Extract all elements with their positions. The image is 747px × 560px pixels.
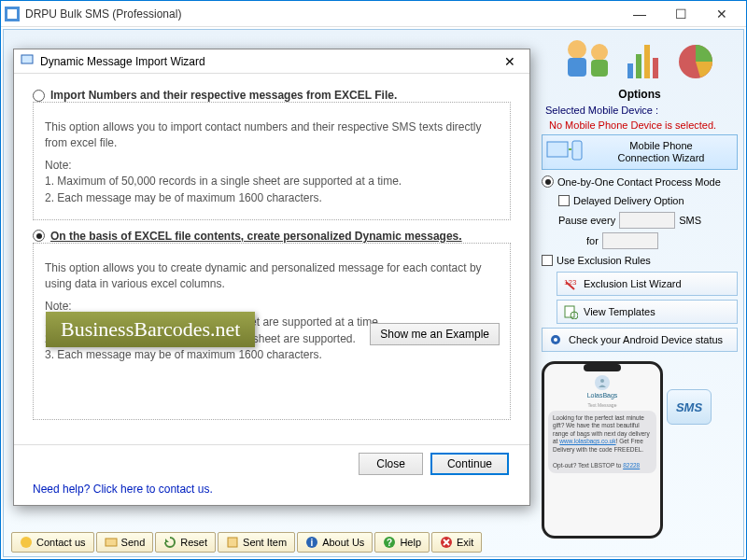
option-2-radio[interactable]: On the basis of EXCEL file contents, cre… [33, 230, 511, 243]
dialog-icon [20, 52, 35, 71]
delayed-delivery-label: Delayed Delivery Option [573, 195, 684, 206]
view-templates-label: View Templates [584, 306, 655, 317]
phone-message-bubble: Looking for the perfect last minute gift… [548, 411, 656, 473]
option-2-note-3: 3. Each message may be of maximum 1600 c… [45, 347, 499, 363]
avatar-icon [595, 375, 610, 390]
reset-button[interactable]: Reset [155, 532, 216, 553]
exclusion-icon: 123 [563, 276, 578, 291]
about-us-button[interactable]: iAbout Us [297, 532, 373, 553]
continue-button[interactable]: Continue [430, 453, 509, 475]
option-1-note-label: Note: [45, 158, 499, 174]
dialog-titlebar: Dynamic Message Import Wizard ✕ [14, 49, 529, 74]
svg-rect-4 [228, 538, 237, 547]
option-1-note-2: 2. Each message may be of maximum 1600 c… [45, 190, 499, 206]
radio-icon [33, 90, 45, 102]
option-1-note-1: 1. Maximum of 50,000 records in a single… [45, 174, 499, 189]
svg-point-26 [600, 379, 604, 383]
dialog-title: Dynamic Message Import Wizard [40, 55, 496, 68]
wizard-label-1: Mobile Phone [589, 140, 733, 152]
use-exclusion-checkbox[interactable]: Use Exclusion Rules [542, 253, 738, 268]
option-1-label: Import Numbers and their respective mess… [50, 89, 397, 102]
contact-us-label: Contact us [36, 537, 86, 548]
exclusion-btn-label: Exclusion List Wizard [584, 278, 682, 289]
checkbox-icon [558, 195, 570, 206]
option-2-label: On the basis of EXCEL file contents, cre… [50, 230, 462, 243]
radio-icon [542, 175, 554, 188]
exit-label: Exit [457, 537, 473, 548]
svg-rect-20 [572, 141, 582, 160]
gear-icon [548, 332, 563, 347]
pause-every-input[interactable] [619, 212, 675, 229]
process-mode-label: One-by-One Contact Process Mode [557, 176, 721, 188]
option-1-box: This option allows you to import contact… [33, 102, 511, 220]
reset-label: Reset [180, 537, 207, 548]
phone-msg-link: www.lolasbags.co.uk [559, 438, 615, 444]
sent-item-button[interactable]: Sent Item [218, 532, 295, 553]
svg-rect-15 [636, 54, 641, 78]
phone-optout-text: Opt-out? Text LBSTOP to [553, 462, 623, 469]
process-mode-radio[interactable]: One-by-One Contact Process Mode [542, 174, 738, 189]
selected-device-label: Selected Mobile Device : [542, 105, 738, 116]
import-wizard-dialog: Dynamic Message Import Wizard ✕ Import N… [13, 49, 530, 506]
phone-mockup: LolasBags Text Message Looking for the p… [542, 361, 663, 539]
svg-point-12 [591, 44, 608, 61]
svg-rect-3 [106, 539, 117, 546]
view-templates-button[interactable]: View Templates [557, 300, 738, 324]
dialog-close-button[interactable]: ✕ [496, 54, 524, 69]
pause-every-row: Pause every SMS [542, 212, 738, 229]
exit-button[interactable]: Exit [431, 532, 482, 553]
svg-rect-11 [568, 58, 586, 77]
wizard-label-2: Connection Wizard [589, 152, 733, 164]
minimize-button[interactable]: — [619, 2, 660, 26]
close-main-button[interactable]: ✕ [701, 2, 742, 26]
radio-icon [33, 230, 45, 242]
phone-optout-number: 82228 [623, 462, 640, 469]
about-us-label: About Us [322, 537, 364, 548]
svg-text:?: ? [387, 538, 392, 548]
watermark: BusinessBarcodes.net [46, 312, 255, 347]
header-illustration [542, 35, 738, 82]
svg-point-10 [568, 40, 586, 59]
help-label: Help [400, 537, 421, 548]
option-1-radio[interactable]: Import Numbers and their respective mess… [33, 89, 511, 102]
pause-for-input[interactable] [602, 232, 658, 249]
sent-item-label: Sent Item [243, 537, 287, 548]
show-example-button[interactable]: Show me an Example [370, 323, 500, 345]
use-exclusion-label: Use Exclusion Rules [557, 255, 651, 266]
exclusion-list-wizard-button[interactable]: 123 Exclusion List Wizard [557, 272, 738, 296]
pause-for-row: for [542, 232, 738, 249]
check-android-label: Check your Android Device status [569, 334, 723, 345]
check-android-status-button[interactable]: Check your Android Device status [542, 328, 738, 352]
sms-unit-label: SMS [679, 215, 701, 226]
contact-us-button[interactable]: Contact us [11, 532, 94, 553]
delayed-delivery-checkbox[interactable]: Delayed Delivery Option [542, 193, 738, 208]
right-options-pane: Options Selected Mobile Device : No Mobi… [538, 30, 743, 556]
app-title: DRPU Bulk SMS (Professional) [25, 7, 619, 21]
app-icon [5, 7, 20, 21]
svg-rect-27 [21, 55, 33, 63]
no-device-text: No Mobile Phone Device is selected. [542, 119, 738, 131]
for-label: for [558, 235, 599, 246]
template-icon [563, 304, 578, 319]
phone-contact-name: LolasBags [548, 392, 656, 399]
help-button[interactable]: ?Help [374, 532, 430, 553]
send-button[interactable]: Send [96, 532, 154, 553]
help-link[interactable]: Need help? Click here to contact us. [14, 483, 529, 505]
svg-rect-1 [7, 9, 17, 19]
phone-preview: LolasBags Text Message Looking for the p… [542, 361, 738, 539]
option-1-desc: This option allows you to import contact… [45, 119, 499, 152]
maximize-button[interactable]: ☐ [660, 2, 701, 26]
main-titlebar: DRPU Bulk SMS (Professional) — ☐ ✕ [1, 1, 746, 27]
sms-badge: SMS [667, 389, 712, 425]
send-label: Send [121, 537, 146, 548]
phone-msg-header: Text Message [548, 402, 656, 408]
svg-point-2 [21, 537, 32, 548]
svg-rect-13 [591, 60, 608, 77]
connection-wizard-button[interactable]: Mobile PhoneConnection Wizard [542, 134, 738, 170]
option-2-desc: This option allows you to create dynamic… [45, 260, 499, 293]
monitor-phone-icon [546, 139, 584, 165]
close-button[interactable]: Close [359, 453, 423, 475]
svg-rect-14 [627, 63, 633, 78]
options-heading: Options [542, 88, 738, 101]
svg-rect-16 [644, 45, 650, 78]
